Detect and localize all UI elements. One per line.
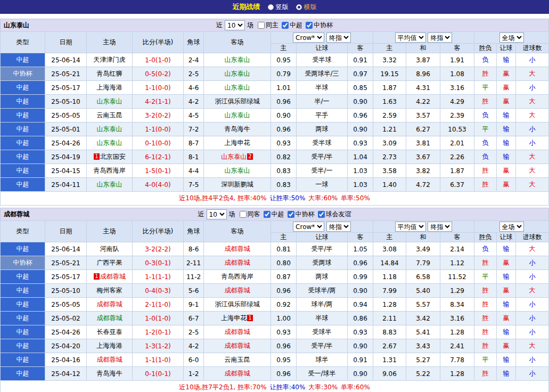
home-team[interactable]: 成都蓉城: [97, 300, 122, 308]
checkbox-input[interactable]: [288, 211, 294, 218]
match-count-select[interactable]: 10: [225, 20, 245, 30]
home-team[interactable]: 青岛海牛: [97, 370, 122, 377]
home-team-label: 北京国安: [100, 153, 126, 160]
result-handicap: 输: [497, 325, 516, 339]
away-team[interactable]: 成都蓉城: [225, 328, 250, 336]
home-team[interactable]: 1成都蓉城: [93, 273, 125, 280]
home-team[interactable]: 青岛红狮: [97, 70, 122, 77]
away-team[interactable]: 成都蓉城: [225, 245, 250, 252]
home-team[interactable]: 成都蓉城: [97, 356, 122, 363]
col-avg-home: 主: [373, 44, 406, 53]
handicap-line: 球半/两: [297, 298, 348, 312]
handicap-odds-home: 0.80: [271, 256, 297, 270]
filter-checkbox[interactable]: 中超: [282, 21, 302, 30]
home-team[interactable]: 天津津门虎: [94, 56, 126, 63]
filter-checkbox[interactable]: 中超: [264, 210, 284, 219]
home-team-label: 上海海港: [97, 342, 122, 349]
checkbox-input[interactable]: [258, 22, 265, 29]
handicap-odds-away: 0.94: [348, 298, 373, 312]
matches-table: 类型 日期 主场 比分(半场) 角球 客场 Crow* 终指 平均值 终指: [0, 220, 549, 392]
corner-score: 2-5: [184, 325, 204, 339]
away-team[interactable]: 青岛西海岸: [222, 273, 253, 280]
away-team[interactable]: 成都蓉城: [225, 259, 250, 266]
home-team[interactable]: 梅州客家: [97, 287, 122, 294]
fulltime-select[interactable]: 全场: [499, 222, 524, 232]
away-team[interactable]: 浙江俱乐部绿城: [215, 97, 260, 105]
avg-select[interactable]: 平均值: [395, 32, 426, 43]
home-team-cell: 成都蓉城: [87, 298, 133, 312]
competition-type: 中超: [1, 298, 45, 312]
home-team[interactable]: 广西平果: [97, 259, 122, 266]
avg-odds-home: 3.08: [373, 242, 406, 256]
away-team[interactable]: 上海申花1: [221, 314, 253, 322]
avg-stage-select[interactable]: 终指: [428, 222, 452, 232]
avg-select[interactable]: 平均值: [395, 222, 426, 232]
handicap-stage-select[interactable]: 终指: [326, 222, 351, 232]
avg-odds-draw: 5.27: [406, 353, 440, 367]
away-team[interactable]: 青岛海牛: [225, 125, 250, 133]
away-team[interactable]: 山东泰山: [225, 70, 250, 77]
away-team[interactable]: 云南玉昆: [225, 356, 250, 363]
home-team[interactable]: 云南玉昆: [97, 111, 122, 119]
home-team[interactable]: 成都蓉城: [97, 314, 122, 322]
layout-option-vertical[interactable]: 竖版: [268, 3, 289, 12]
section-header: 成都蓉城 近 10 场 同客中超中协杯球会友谊: [0, 208, 549, 220]
filter-checkbox[interactable]: 同主: [258, 21, 278, 30]
layout-option-horizontal[interactable]: 横版: [296, 3, 317, 12]
home-team[interactable]: 1北京国安: [93, 153, 125, 160]
fulltime-select[interactable]: 全场: [499, 32, 524, 43]
match-score: 1-0(1-0): [133, 53, 184, 67]
away-team[interactable]: 深圳新鹏城: [222, 181, 253, 188]
home-team[interactable]: 山东泰山: [97, 97, 122, 105]
summary-segment: 大率:60%: [308, 194, 338, 202]
away-team[interactable]: 山东泰山: [225, 56, 250, 63]
bookmaker-select[interactable]: Crow*: [293, 222, 324, 232]
home-team[interactable]: 长春亚泰: [97, 328, 122, 336]
filter-checkbox[interactable]: 球会友谊: [318, 210, 351, 219]
away-team[interactable]: 成都蓉城: [225, 342, 250, 349]
handicap-odds-home: 0.83: [271, 164, 297, 178]
match-date: 25-05-17: [45, 81, 87, 95]
filter-checkbox[interactable]: 同客: [240, 210, 260, 219]
away-team[interactable]: 成都蓉城: [225, 287, 250, 294]
checkbox-input[interactable]: [240, 211, 247, 218]
away-team[interactable]: 山东泰山: [225, 111, 250, 119]
home-team[interactable]: 河南队: [100, 245, 119, 252]
handicap-odds-away: 1.03: [348, 178, 373, 192]
avg-stage-select[interactable]: 终指: [428, 32, 452, 43]
home-team[interactable]: 山东泰山: [97, 125, 122, 133]
handicap-stage-select[interactable]: 终指: [326, 32, 351, 43]
match-count-select[interactable]: 10: [207, 209, 227, 219]
home-team[interactable]: 山东泰山: [97, 181, 122, 188]
result-goals: 大: [516, 150, 549, 164]
filter-checkbox[interactable]: 中协杯: [306, 21, 333, 30]
away-team[interactable]: 浙江俱乐部绿城: [215, 300, 260, 308]
checkbox-input[interactable]: [306, 22, 313, 29]
competition-type: 中超: [1, 353, 45, 367]
topbar: 近期战绩 竖版 横版: [0, 0, 549, 14]
match-score: 1-1(0-0): [133, 123, 184, 136]
away-team[interactable]: 山东泰山: [225, 84, 250, 91]
match-date: 25-04-19: [45, 150, 87, 164]
home-team[interactable]: 青岛西海岸: [94, 167, 126, 174]
away-team[interactable]: 成都蓉城: [225, 370, 250, 377]
away-team[interactable]: 上海申花: [225, 139, 250, 146]
home-team[interactable]: 山东泰山: [97, 139, 122, 146]
handicap-odds-home: 0.96: [271, 95, 297, 109]
home-team[interactable]: 上海海港: [97, 84, 122, 91]
home-team-cell: 青岛西海岸: [87, 164, 133, 178]
avg-odds-home: 2.59: [373, 109, 406, 123]
away-team[interactable]: 山东泰山2: [221, 153, 253, 160]
handicap-odds-home: 0.93: [271, 325, 297, 339]
checkbox-input[interactable]: [282, 22, 289, 29]
bookmaker-select[interactable]: Crow*: [293, 32, 324, 43]
checkbox-input[interactable]: [264, 211, 271, 218]
away-team[interactable]: 山东泰山: [225, 167, 250, 174]
match-date: 25-04-26: [45, 136, 87, 150]
home-team[interactable]: 上海海港: [97, 342, 122, 349]
away-team-cell: 山东泰山: [204, 53, 271, 67]
col-home: 主场: [87, 32, 133, 53]
checkbox-input[interactable]: [318, 211, 325, 218]
filter-checkbox[interactable]: 中协杯: [288, 210, 315, 219]
home-team-cell: 梅州客家: [87, 284, 133, 298]
